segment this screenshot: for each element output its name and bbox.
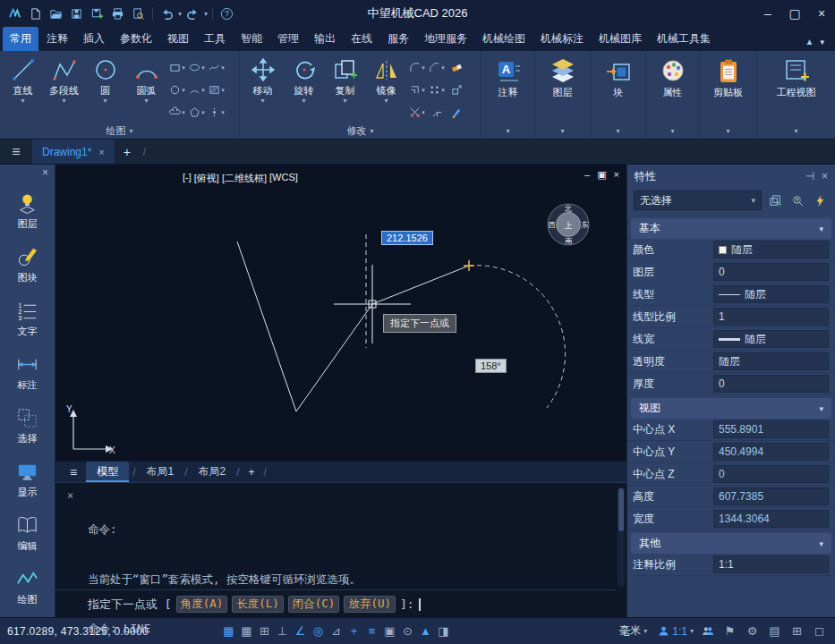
share-flag-icon[interactable]: ⚑	[721, 622, 738, 641]
center-z-value-field[interactable]: 0	[713, 465, 829, 483]
stretch-tool-button[interactable]	[427, 101, 447, 123]
new-document-tab-button[interactable]: +	[115, 145, 140, 159]
sidebar-item-display[interactable]: 显示	[2, 453, 54, 506]
settings-gear-icon[interactable]: ⚙	[744, 622, 761, 641]
document-restore-icon[interactable]: ▣	[597, 169, 606, 181]
open-file-button[interactable]	[46, 4, 66, 23]
circle-dropdown-caret-icon[interactable]: ▾	[103, 97, 107, 105]
help-button[interactable]	[217, 4, 237, 23]
erase-tool-button[interactable]	[447, 56, 466, 79]
viewport-view-control[interactable]: [俯视]	[194, 172, 219, 185]
arc-dropdown-caret-icon[interactable]: ▾	[144, 97, 148, 105]
minimize-button[interactable]: –	[754, 0, 781, 27]
annotation-scale-dropdown[interactable]: 1:1 ▾	[658, 625, 694, 638]
ribbon-tab-insert[interactable]: 插入	[76, 27, 112, 51]
ribbon-tab-tools[interactable]: 工具	[197, 27, 233, 51]
trim-tool-button[interactable]: ▾	[407, 101, 427, 123]
collaboration-users-icon[interactable]	[699, 622, 716, 641]
command-option-angle[interactable]: 角度(A)	[176, 596, 228, 613]
angle-readout[interactable]: 158°	[475, 359, 507, 373]
color-value-field[interactable]: 随层	[713, 241, 829, 258]
linetype-value-field[interactable]: 随层	[713, 285, 829, 303]
isolate-objects-icon[interactable]: ⊞	[788, 622, 805, 641]
ribbon-tab-online[interactable]: 在线	[344, 27, 379, 51]
command-window-close-icon[interactable]: ×	[67, 489, 73, 502]
arc2-tool-button[interactable]: ▾	[187, 79, 207, 101]
annotation-scale-value-field[interactable]: 1:1	[713, 555, 829, 573]
model-viewport[interactable]: 上 北 西 南 东 Y X [	[55, 165, 626, 461]
circle-tool-button[interactable]: 圆 ▾	[85, 54, 125, 123]
ellipse-tool-button[interactable]: ▾	[187, 56, 207, 79]
document-close-icon[interactable]: ×	[614, 169, 619, 181]
ribbon-tab-mech-library[interactable]: 机械图库	[592, 27, 649, 51]
maximize-button[interactable]: ▢	[781, 0, 808, 27]
sidebar-item-select[interactable]: 选择	[2, 399, 54, 453]
ribbon-options-caret-icon[interactable]: ▾	[820, 38, 824, 47]
sidebar-item-block[interactable]: 图块	[2, 238, 54, 292]
clipboard-panel-button[interactable]: 剪贴板	[703, 54, 754, 123]
layout-tab-layout1[interactable]: 布局1	[140, 462, 182, 482]
offset-tool-button[interactable]: ▾	[407, 79, 427, 101]
close-button[interactable]: ×	[808, 0, 835, 27]
section-header-basic[interactable]: 基本▾	[631, 218, 831, 239]
units-dropdown[interactable]: 毫米 ▾	[619, 623, 647, 639]
lineweight-value-field[interactable]: 随层	[713, 330, 829, 348]
layout-menu-icon[interactable]: ≡	[70, 465, 77, 479]
new-file-button[interactable]	[25, 4, 46, 23]
clean-screen-icon[interactable]: ◻	[811, 622, 828, 641]
save-button[interactable]	[66, 4, 87, 23]
annotate-panel-button[interactable]: 注释	[484, 54, 532, 123]
layer-panel-button[interactable]: 图层	[538, 54, 587, 123]
viewport-visual-style-control[interactable]: [二维线框]	[222, 172, 267, 185]
quick-select-button[interactable]	[788, 191, 806, 209]
properties-group-caret[interactable]: ▾	[646, 123, 699, 139]
redo-dropdown-caret-icon[interactable]: ▾	[203, 10, 209, 18]
palette-close-icon[interactable]: ×	[42, 166, 48, 179]
modify-group-label[interactable]: 修改▾	[240, 123, 481, 139]
match-properties-tool-button[interactable]	[447, 101, 466, 123]
revcloud-tool-button[interactable]: ▾	[167, 101, 187, 123]
ribbon-tab-geo-service[interactable]: 地理服务	[417, 27, 474, 51]
ribbon-tab-mech-draw[interactable]: 机械绘图	[475, 27, 533, 51]
ribbon-tab-home[interactable]: 常用	[3, 27, 38, 51]
layer-value-field[interactable]: 0	[713, 263, 829, 281]
block-panel-button[interactable]: 块	[593, 54, 643, 123]
save-all-button[interactable]	[87, 4, 107, 23]
command-scrollbar[interactable]	[618, 487, 625, 587]
document-minimize-icon[interactable]: –	[584, 169, 590, 181]
center-y-value-field[interactable]: 450.4994	[713, 443, 829, 461]
polyline-dropdown-caret-icon[interactable]: ▾	[62, 97, 65, 105]
move-dropdown-caret-icon[interactable]: ▾	[260, 97, 264, 105]
mirror-dropdown-caret-icon[interactable]: ▾	[384, 97, 388, 105]
command-line-window[interactable]: × 命令: 当前处于“窗口”套索模式, 按空格键可循环浏览选项。 命令: LIN…	[55, 482, 626, 617]
transparency-value-field[interactable]: 随层	[713, 352, 829, 370]
layout-tab-layout2[interactable]: 布局2	[192, 462, 234, 482]
command-option-length[interactable]: 长度(L)	[232, 596, 284, 613]
viewport-ucs-control[interactable]: [WCS]	[269, 172, 298, 185]
selection-dropdown[interactable]: 无选择 ▾	[634, 191, 762, 210]
layout-tab-model[interactable]: 模型	[86, 462, 129, 482]
document-menu-icon[interactable]: ≡	[0, 144, 32, 160]
draw-group-label[interactable]: 绘图▾	[0, 123, 239, 139]
rotate-tool-button[interactable]: 旋转 ▾	[284, 54, 324, 123]
ribbon-tab-parametric[interactable]: 参数化	[113, 27, 159, 51]
point-tool-button[interactable]: ▾	[207, 101, 226, 123]
sidebar-item-dimension[interactable]: 标注	[2, 345, 54, 399]
undo-button[interactable]	[157, 4, 177, 23]
width-value-field[interactable]: 1344.3064	[713, 510, 829, 528]
chamfer-tool-button[interactable]: ▾	[427, 56, 447, 79]
auto-hide-pin-icon[interactable]: ⊣	[805, 170, 814, 182]
command-option-close[interactable]: 闭合(C)	[288, 596, 340, 613]
block-group-caret[interactable]: ▾	[591, 123, 645, 139]
spline-tool-button[interactable]: ▾	[207, 56, 226, 79]
polyline-tool-button[interactable]: 多段线 ▾	[44, 54, 84, 123]
toggle-pickadd-button[interactable]	[766, 191, 784, 209]
ribbon-tab-manage[interactable]: 管理	[270, 27, 306, 51]
copy-dropdown-caret-icon[interactable]: ▾	[343, 97, 346, 105]
array-tool-button[interactable]: ▾	[427, 79, 447, 101]
copy-tool-button[interactable]: 复制 ▾	[325, 54, 365, 123]
section-header-view[interactable]: 视图▾	[631, 398, 831, 419]
command-option-undo[interactable]: 放弃(U)	[344, 596, 396, 613]
ribbon-tab-smart[interactable]: 智能	[234, 27, 269, 51]
thickness-value-field[interactable]: 0	[713, 375, 829, 393]
